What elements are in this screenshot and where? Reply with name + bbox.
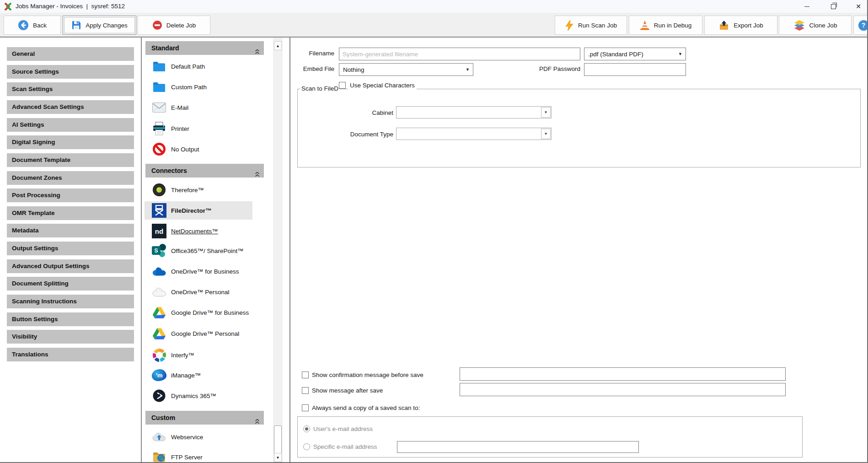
chevron-down-icon[interactable]: ▼ [541, 129, 551, 139]
sidebar-item-button-settings[interactable]: Button Settings [7, 312, 134, 326]
chevron-down-icon: ▼ [466, 64, 470, 75]
user-email-label: User's e-mail address [313, 425, 373, 433]
collapse-icon[interactable] [255, 168, 260, 182]
use-special-characters-checkbox[interactable] [339, 82, 346, 89]
sidebar-item-scan-settings[interactable]: Scan Settings [7, 82, 134, 96]
after-message-checkbox[interactable] [302, 387, 309, 394]
list-scrollbar[interactable]: ▲ ▼ [273, 38, 283, 463]
output-item-office365-sharepoint[interactable]: S Office365™/ SharePoint™ [145, 242, 271, 259]
output-item-no-output[interactable]: No Output [145, 141, 271, 157]
specific-email-input[interactable] [397, 441, 639, 453]
help-glyph: ? [862, 22, 866, 29]
sidebar-item-metadata[interactable]: Metadata [7, 224, 134, 237]
send-copy-checkbox[interactable] [302, 404, 309, 411]
output-item-onedrive-business[interactable]: OneDrive™ for Business [145, 263, 271, 280]
cabinet-label: Cabinet [302, 109, 393, 117]
output-item-dynamics365[interactable]: Dynamics 365™ [145, 388, 271, 404]
file-format-select[interactable]: .pdf (Standard PDF) ▼ [584, 48, 686, 60]
output-item-filedirector[interactable]: FileDirector™ [145, 201, 252, 220]
collapse-icon[interactable] [255, 45, 260, 59]
sidebar-item-scanning-instructions[interactable]: Scanning Instructions [7, 295, 134, 308]
output-item-netdocuments[interactable]: nd NetDocuments™ [145, 223, 271, 239]
section-header-standard[interactable]: Standard [145, 41, 264, 55]
sidebar-item-document-splitting[interactable]: Document Splitting [7, 277, 134, 291]
sidebar-item-advanced-scan-settings[interactable]: Advanced Scan Settings [7, 100, 134, 114]
run-in-debug-button[interactable]: Run in Debug [629, 16, 702, 35]
output-item-gdrive-business[interactable]: Google Drive™ for Business [145, 304, 271, 321]
output-item-label: Custom Path [171, 84, 207, 91]
minimize-button[interactable] [797, 0, 817, 13]
output-item-onedrive-personal[interactable]: OneDrive™ Personal [145, 284, 271, 300]
group-legend: Scan to FileD [300, 85, 339, 92]
output-item-printer[interactable]: Printer [145, 120, 271, 137]
sidebar-item-visibility[interactable]: Visibility [7, 330, 134, 344]
scroll-thumb[interactable] [274, 425, 282, 454]
close-button[interactable]: ✕ [849, 0, 868, 13]
sidebar-item-document-zones[interactable]: Document Zones [7, 171, 134, 185]
scroll-up-button[interactable]: ▲ [274, 41, 282, 50]
back-button[interactable]: Back [4, 16, 61, 35]
export-job-button[interactable]: Export Job [704, 16, 777, 35]
run-scan-job-label: Run Scan Job [578, 22, 617, 29]
folder-icon [152, 80, 166, 94]
output-item-imanage[interactable]: ’m iManage™ [145, 367, 271, 383]
output-item-interfy[interactable]: Interfy™ [145, 347, 271, 363]
output-type-list: Standard Default Path Custom Path E-Mail [142, 38, 273, 463]
export-job-label: Export Job [734, 22, 763, 29]
sidebar-item-output-settings[interactable]: Output Settings [7, 242, 134, 255]
output-item-therefore[interactable]: Therefore™ [145, 182, 271, 198]
apply-changes-button[interactable]: Apply Changes [63, 16, 136, 35]
output-item-label: iManage™ [171, 372, 201, 379]
sidebar-item-translations[interactable]: Translations [7, 348, 134, 361]
sidebar-item-document-template[interactable]: Document Template [7, 153, 134, 167]
sidebar-item-source-settings[interactable]: Source Settings [7, 65, 134, 79]
specific-email-label: Specific e-mail address [313, 443, 377, 451]
app-logo-icon [4, 2, 12, 11]
restore-button[interactable] [823, 0, 843, 13]
pdf-password-input[interactable] [584, 63, 686, 76]
output-item-custom-path[interactable]: Custom Path [145, 79, 271, 95]
google-drive-icon [152, 305, 166, 320]
send-copy-label: Always send a copy of a saved scan to: [312, 404, 420, 412]
section-header-connectors[interactable]: Connectors [145, 164, 264, 178]
filename-input[interactable] [339, 48, 580, 60]
save-icon [71, 20, 81, 30]
clone-job-button[interactable]: Clone Job [779, 16, 852, 35]
document-type-select[interactable]: ▼ [396, 128, 552, 140]
use-special-characters-label: Use Special Characters [348, 81, 417, 90]
output-item-webservice[interactable]: Webservice [145, 429, 271, 445]
sidebar-item-post-processing[interactable]: Post Processing [7, 188, 134, 202]
layers-icon [793, 20, 805, 31]
title-bar: Jobs Manager - Invoices | sysref: 5512 ✕ [0, 0, 868, 13]
output-item-gdrive-personal[interactable]: Google Drive™ Personal [145, 325, 271, 342]
delete-icon [152, 20, 162, 30]
run-scan-job-button[interactable]: Run Scan Job [555, 16, 627, 35]
after-message-input[interactable] [460, 383, 786, 396]
sidebar-item-advanced-output-settings[interactable]: Advanced Output Settings [7, 259, 134, 273]
embed-file-select[interactable]: Nothing ▼ [339, 63, 473, 76]
sidebar-item-ai-settings[interactable]: AI Settings [7, 118, 134, 132]
help-icon: ? [858, 20, 868, 31]
scroll-down-button[interactable]: ▼ [274, 453, 282, 462]
cabinet-select[interactable]: ▼ [396, 106, 552, 118]
window-title: Jobs Manager - Invoices | sysref: 5512 [16, 0, 125, 13]
toolbar: Back Apply Changes Delete Job Run Scan J… [0, 13, 868, 38]
output-item-default-path[interactable]: Default Path [145, 58, 271, 75]
user-email-radio[interactable] [303, 425, 310, 432]
sidebar-item-general[interactable]: General [7, 47, 134, 61]
confirm-message-input[interactable] [460, 367, 786, 381]
output-item-email[interactable]: E-Mail [145, 99, 271, 116]
collapse-icon[interactable] [255, 415, 260, 429]
confirm-message-checkbox[interactable] [302, 371, 309, 378]
output-item-label: NetDocuments™ [171, 228, 218, 235]
help-button[interactable]: ? [853, 16, 868, 35]
section-header-custom[interactable]: Custom [145, 411, 264, 425]
specific-email-radio[interactable] [303, 443, 310, 450]
output-item-ftp-server[interactable]: FTP Server [145, 449, 271, 463]
chevron-down-icon: ▼ [678, 48, 682, 60]
chevron-down-icon[interactable]: ▼ [541, 107, 551, 118]
delete-job-button[interactable]: Delete Job [138, 16, 210, 35]
interfy-ring-icon [152, 348, 166, 362]
sidebar-item-omr-template[interactable]: OMR Template [7, 206, 134, 220]
sidebar-item-digital-signing[interactable]: Digital Signing [7, 135, 134, 149]
